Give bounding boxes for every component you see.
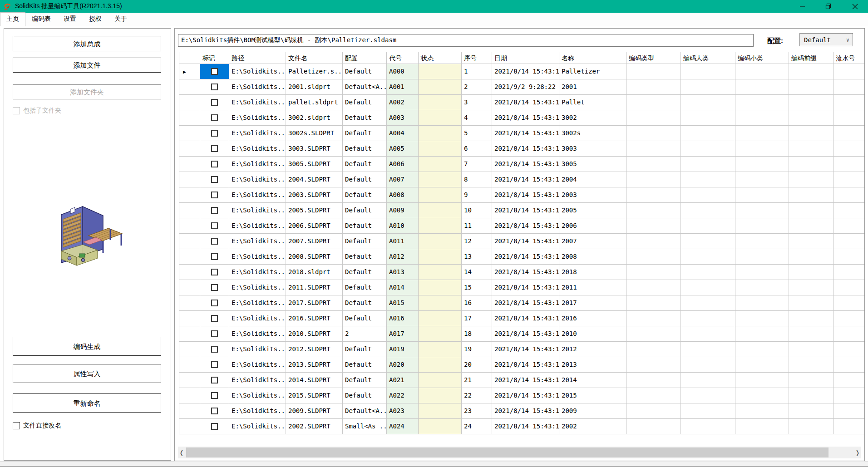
code-cell[interactable]: A004 xyxy=(387,126,419,141)
filename-cell[interactable]: 2001.sldprt xyxy=(286,79,343,95)
code-cell[interactable]: A023 xyxy=(387,403,419,419)
tab-coding-table[interactable]: 编码表 xyxy=(25,12,57,26)
mark-cell[interactable] xyxy=(200,295,229,311)
seq-cell[interactable]: 13 xyxy=(462,249,492,265)
code-major-cell[interactable] xyxy=(681,126,735,141)
date-cell[interactable]: 2021/8/14 15:43:18 xyxy=(492,280,559,295)
filename-cell[interactable]: 2015.SLDPRT xyxy=(286,388,343,403)
row-selector-cell[interactable]: ▶ xyxy=(179,234,200,249)
row-selector-cell[interactable]: ▶ xyxy=(179,172,200,187)
code-prefix-cell[interactable] xyxy=(789,295,833,311)
code-major-cell[interactable] xyxy=(681,64,735,79)
code-cell[interactable]: A000 xyxy=(387,64,419,79)
col-header-code-major[interactable]: 编码大类 xyxy=(681,52,735,64)
name-cell[interactable]: Pallet xyxy=(559,95,626,110)
filename-cell[interactable]: 3002s.SLDPRT xyxy=(286,126,343,141)
date-cell[interactable]: 2021/8/14 15:43:18 xyxy=(492,218,559,234)
code-minor-cell[interactable] xyxy=(735,203,789,218)
code-cell[interactable]: A015 xyxy=(387,295,419,311)
mark-checkbox[interactable] xyxy=(211,176,218,183)
mark-cell[interactable] xyxy=(200,326,229,342)
filename-cell[interactable]: 2004.SLDPRT xyxy=(286,172,343,187)
code-cell[interactable]: A019 xyxy=(387,342,419,357)
table-row[interactable]: ▶ E:\Solidkits... 2017.SLDPRT Default A0… xyxy=(179,295,864,311)
config-cell[interactable]: Default xyxy=(343,280,387,295)
serial-cell[interactable] xyxy=(833,403,864,419)
code-minor-cell[interactable] xyxy=(735,141,789,157)
code-type-cell[interactable] xyxy=(626,64,681,79)
table-row[interactable]: ▶ E:\Solidkits... 2005.SLDPRT Default A0… xyxy=(179,203,864,218)
mark-cell[interactable] xyxy=(200,388,229,403)
path-cell[interactable]: E:\Solidkits... xyxy=(229,187,286,203)
filename-cell[interactable]: 3002.sldprt xyxy=(286,110,343,126)
name-cell[interactable]: 2015 xyxy=(559,388,626,403)
name-cell[interactable]: 2004 xyxy=(559,172,626,187)
col-header-mark[interactable]: 标记 xyxy=(200,52,229,64)
serial-cell[interactable] xyxy=(833,295,864,311)
code-minor-cell[interactable] xyxy=(735,172,789,187)
tab-authorization[interactable]: 授权 xyxy=(83,12,108,26)
seq-cell[interactable]: 1 xyxy=(462,64,492,79)
serial-cell[interactable] xyxy=(833,249,864,265)
code-type-cell[interactable] xyxy=(626,203,681,218)
mark-checkbox[interactable] xyxy=(211,346,218,353)
code-minor-cell[interactable] xyxy=(735,157,789,172)
code-cell[interactable]: A005 xyxy=(387,141,419,157)
row-selector-cell[interactable]: ▶ xyxy=(179,249,200,265)
code-major-cell[interactable] xyxy=(681,342,735,357)
code-cell[interactable]: A011 xyxy=(387,234,419,249)
seq-cell[interactable]: 24 xyxy=(462,419,492,434)
col-header-status[interactable]: 状态 xyxy=(419,52,462,64)
code-prefix-cell[interactable] xyxy=(789,249,833,265)
name-cell[interactable]: 3002s xyxy=(559,126,626,141)
serial-cell[interactable] xyxy=(833,280,864,295)
code-prefix-cell[interactable] xyxy=(789,79,833,95)
path-cell[interactable]: E:\Solidkits... xyxy=(229,403,286,419)
code-minor-cell[interactable] xyxy=(735,265,789,280)
mark-checkbox[interactable] xyxy=(211,377,218,383)
serial-cell[interactable] xyxy=(833,172,864,187)
config-cell[interactable]: Default xyxy=(343,311,387,326)
date-cell[interactable]: 2021/8/14 15:43:18 xyxy=(492,311,559,326)
mark-checkbox[interactable] xyxy=(211,284,218,291)
mark-checkbox[interactable] xyxy=(211,145,218,152)
date-cell[interactable]: 2021/8/14 15:43:18 xyxy=(492,403,559,419)
table-row[interactable]: ▶ E:\Solidkits... pallet.sldprt Default … xyxy=(179,95,864,110)
mark-cell[interactable] xyxy=(200,172,229,187)
date-cell[interactable]: 2021/9/2 9:28:22 xyxy=(492,79,559,95)
mark-cell[interactable] xyxy=(200,95,229,110)
row-selector-cell[interactable]: ▶ xyxy=(179,357,200,373)
code-prefix-cell[interactable] xyxy=(789,64,833,79)
code-minor-cell[interactable] xyxy=(735,311,789,326)
status-cell[interactable] xyxy=(419,172,462,187)
config-cell[interactable]: Default xyxy=(343,295,387,311)
code-cell[interactable]: A010 xyxy=(387,218,419,234)
status-cell[interactable] xyxy=(419,280,462,295)
code-minor-cell[interactable] xyxy=(735,64,789,79)
mark-checkbox[interactable] xyxy=(211,315,218,322)
rename-directly-checkbox[interactable] xyxy=(13,422,20,429)
filename-cell[interactable]: 2011.SLDPRT xyxy=(286,280,343,295)
row-selector-cell[interactable]: ▶ xyxy=(179,280,200,295)
col-header-name[interactable]: 名称 xyxy=(559,52,626,64)
config-cell[interactable]: Default xyxy=(343,265,387,280)
code-prefix-cell[interactable] xyxy=(789,388,833,403)
config-cell[interactable]: Default<A... xyxy=(343,403,387,419)
config-cell[interactable]: Default xyxy=(343,203,387,218)
code-cell[interactable]: A001 xyxy=(387,79,419,95)
mark-cell[interactable] xyxy=(200,157,229,172)
table-row[interactable]: ▶ E:\Solidkits... 2011.SLDPRT Default A0… xyxy=(179,280,864,295)
config-cell[interactable]: Default xyxy=(343,249,387,265)
row-selector-cell[interactable]: ▶ xyxy=(179,187,200,203)
filename-cell[interactable]: 2007.SLDPRT xyxy=(286,234,343,249)
status-cell[interactable] xyxy=(419,234,462,249)
col-header-serial[interactable]: 流水号 xyxy=(833,52,864,64)
mark-checkbox[interactable] xyxy=(211,68,218,75)
code-cell[interactable]: A016 xyxy=(387,311,419,326)
row-selector-cell[interactable]: ▶ xyxy=(179,326,200,342)
table-row[interactable]: ▶ E:\Solidkits... 3005.SLDPRT Default A0… xyxy=(179,157,864,172)
mark-checkbox[interactable] xyxy=(211,269,218,275)
code-cell[interactable]: A007 xyxy=(387,172,419,187)
table-row[interactable]: ▶ E:\Solidkits... 2008.SLDPRT Default A0… xyxy=(179,249,864,265)
mark-cell[interactable] xyxy=(200,126,229,141)
